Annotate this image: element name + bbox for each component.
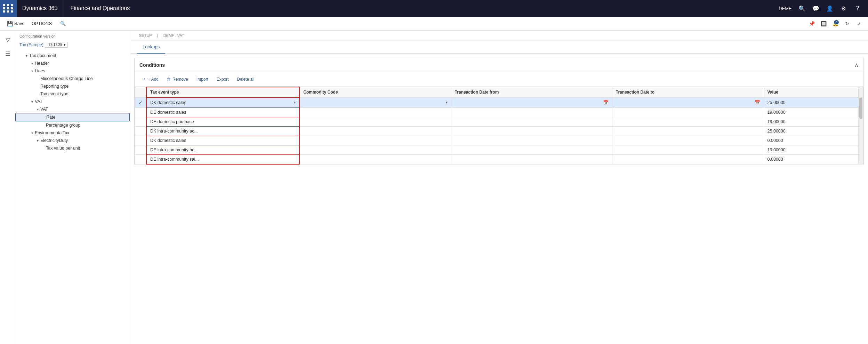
- notification-icon[interactable]: 🔔 0: [830, 19, 840, 29]
- tree-item-environmental-tax[interactable]: ▾ EnvironmentalTax: [15, 129, 130, 137]
- cell-commodity-code-7[interactable]: [299, 154, 451, 164]
- cell-tax-event-type-7[interactable]: DE intra-community sal...: [146, 154, 299, 164]
- settings-icon[interactable]: ⚙: [837, 2, 850, 15]
- table-row[interactable]: DE intra-community ac... 19.00000: [135, 145, 863, 154]
- tree-item-misc-charge-line[interactable]: Miscellaneous Charge Line: [15, 75, 130, 82]
- help-icon[interactable]: ?: [851, 2, 864, 15]
- export-label: Export: [217, 77, 229, 82]
- table-row[interactable]: DK domestic sales 0.00000: [135, 136, 863, 145]
- cell-tax-event-type-4[interactable]: DK intra-community ac...: [146, 126, 299, 136]
- calendar-icon-to-1[interactable]: 📅: [755, 100, 760, 105]
- table-row[interactable]: DE domestic purchase 19.00000: [135, 117, 863, 126]
- cell-check-6[interactable]: [135, 145, 147, 154]
- cell-check-4[interactable]: [135, 126, 147, 136]
- scrollbar-thumb[interactable]: [859, 98, 862, 119]
- delete-all-button[interactable]: Delete all: [233, 75, 258, 83]
- apps-button[interactable]: [0, 0, 17, 17]
- cell-date-to-6[interactable]: [612, 145, 764, 154]
- tree-item-header[interactable]: ▾ Header: [15, 59, 130, 67]
- save-button[interactable]: 💾 Save: [4, 19, 27, 28]
- cell-commodity-code-6[interactable]: [299, 145, 451, 154]
- table-row[interactable]: DE intra-community sal... 0.00000: [135, 154, 863, 164]
- cell-commodity-code-2[interactable]: [299, 107, 451, 117]
- table-row[interactable]: DE domestic sales 19.00000: [135, 107, 863, 117]
- cell-commodity-code-1[interactable]: ▾: [299, 97, 451, 107]
- tree-item-electricity-duty[interactable]: ▾ ElectricityDuty: [15, 137, 130, 144]
- cell-commodity-code-3[interactable]: [299, 117, 451, 126]
- cell-date-from-6[interactable]: [451, 145, 612, 154]
- filter-icon[interactable]: ▽: [1, 33, 14, 46]
- commodity-dropdown-1[interactable]: ▾: [303, 101, 447, 104]
- cell-date-from-3[interactable]: [451, 117, 612, 126]
- calendar-icon-from-1[interactable]: 📅: [603, 100, 609, 105]
- config-version-label: Configuration version: [15, 31, 130, 40]
- tab-lookups[interactable]: Lookups: [137, 41, 165, 54]
- tree-label-vat-inner: VAT: [40, 107, 127, 112]
- cell-date-to-1[interactable]: 📅: [612, 97, 764, 107]
- conditions-collapse-icon[interactable]: ∧: [854, 62, 859, 68]
- tree-item-lines[interactable]: ▾ Lines: [15, 67, 130, 75]
- tree-item-vat-inner[interactable]: ▾ VAT: [15, 105, 130, 113]
- pin-icon[interactable]: 📌: [807, 19, 817, 29]
- cell-check-2[interactable]: [135, 107, 147, 117]
- tree-item-rate[interactable]: Rate: [15, 113, 130, 121]
- tree-item-percentage-group[interactable]: Percentage group: [15, 121, 130, 129]
- cell-tax-event-type-2[interactable]: DE domestic sales: [146, 107, 299, 117]
- cell-tax-event-type-3[interactable]: DE domestic purchase: [146, 117, 299, 126]
- tree-item-tax-document[interactable]: ▾ Tax document: [15, 52, 130, 59]
- cell-check-5[interactable]: [135, 136, 147, 145]
- cell-value-7: 0.00000: [764, 154, 858, 164]
- tax-event-value-1: DK domestic sales: [150, 100, 186, 105]
- cell-date-from-5[interactable]: [451, 136, 612, 145]
- cell-tax-event-type-1[interactable]: DK domestic sales ▾: [146, 97, 299, 107]
- dropdown-arrow-icon-1: ▾: [294, 101, 296, 104]
- remove-button[interactable]: 🗑 Remove: [163, 75, 192, 83]
- cell-date-to-2[interactable]: [612, 107, 764, 117]
- refresh-icon[interactable]: ↻: [842, 19, 852, 29]
- message-icon[interactable]: 💬: [810, 2, 822, 15]
- tree-item-tax-event-type[interactable]: Tax event type: [15, 90, 130, 98]
- search-icon[interactable]: 🔍: [796, 2, 808, 15]
- col-header-check: [135, 87, 147, 97]
- office-icon[interactable]: 🔲: [819, 19, 828, 29]
- user-icon[interactable]: 👤: [823, 2, 836, 15]
- table-row[interactable]: DK intra-community ac... 25.00000: [135, 126, 863, 136]
- add-button[interactable]: ＋ + Add: [139, 75, 162, 83]
- version-dropdown[interactable]: 73.13.25 ▾: [45, 42, 68, 48]
- cell-date-to-3[interactable]: [612, 117, 764, 126]
- tree-item-reporting-type[interactable]: Reporting type: [15, 82, 130, 90]
- toolbar-search-icon[interactable]: 🔍: [59, 19, 67, 28]
- cell-tax-event-type-6[interactable]: DE intra-community ac...: [146, 145, 299, 154]
- cell-check-7[interactable]: [135, 154, 147, 164]
- cell-date-to-7[interactable]: [612, 154, 764, 164]
- tree-label-env-tax: EnvironmentalTax: [35, 130, 127, 135]
- conditions-title: Conditions: [139, 62, 165, 68]
- tax-event-dropdown-1[interactable]: DK domestic sales ▾: [150, 100, 296, 105]
- table-row[interactable]: ✓ DK domestic sales ▾: [135, 97, 863, 107]
- col-header-transaction-date-to: Transaction Date to: [612, 87, 764, 97]
- cell-date-from-1[interactable]: 📅: [451, 97, 612, 107]
- import-button[interactable]: Import: [193, 75, 212, 83]
- tree-item-vat[interactable]: ▾ VAT: [15, 98, 130, 105]
- cell-date-from-7[interactable]: [451, 154, 612, 164]
- tree-toggle-lines: ▾: [29, 68, 35, 74]
- cell-tax-event-type-5[interactable]: DK domestic sales: [146, 136, 299, 145]
- table-header: Tax event type Commodity Code Transactio…: [135, 87, 863, 97]
- cell-date-to-4[interactable]: [612, 126, 764, 136]
- cell-check-3[interactable]: [135, 117, 147, 126]
- options-button[interactable]: OPTIONS: [29, 19, 55, 27]
- cell-check-1[interactable]: ✓: [135, 97, 147, 107]
- cell-date-from-2[interactable]: [451, 107, 612, 117]
- table-header-row: Tax event type Commodity Code Transactio…: [135, 87, 863, 97]
- col-resize-tax-event[interactable]: [298, 87, 299, 97]
- cell-commodity-code-4[interactable]: [299, 126, 451, 136]
- cell-date-to-5[interactable]: [612, 136, 764, 145]
- notification-badge: 0: [834, 20, 839, 24]
- menu-icon[interactable]: ☰: [1, 47, 14, 60]
- export-button[interactable]: Export: [213, 75, 232, 83]
- tree-item-tax-value-per-unit[interactable]: Tax value per unit: [15, 144, 130, 152]
- cell-value-3: 19.00000: [764, 117, 858, 126]
- cell-date-from-4[interactable]: [451, 126, 612, 136]
- fullscreen-icon[interactable]: ⤢: [854, 19, 864, 29]
- cell-commodity-code-5[interactable]: [299, 136, 451, 145]
